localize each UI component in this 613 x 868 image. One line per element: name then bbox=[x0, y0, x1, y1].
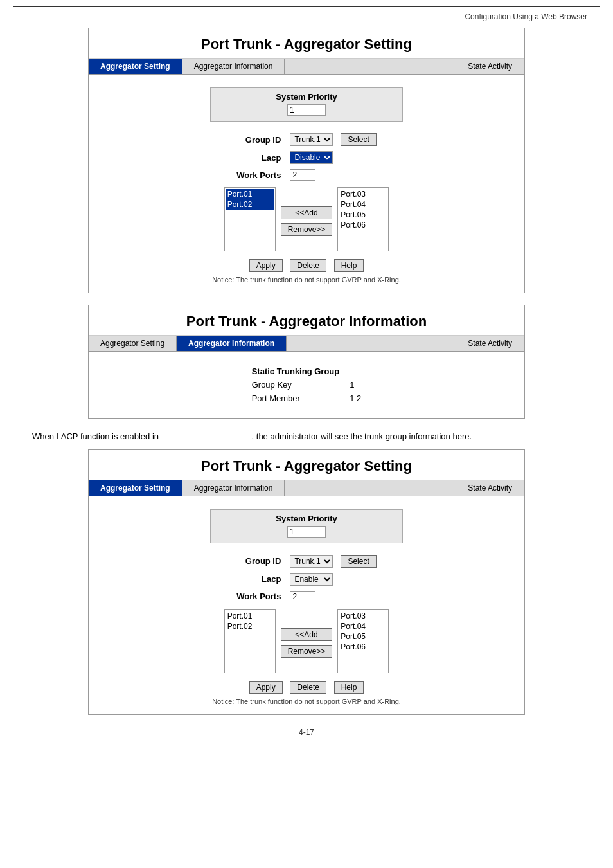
panel1-work-ports-cell bbox=[286, 167, 337, 183]
panel1-port-buttons: <<Add Remove>> bbox=[281, 187, 333, 236]
panel1-select-button[interactable]: Select bbox=[341, 133, 376, 146]
panel2-static-group-header: Static Trunking Group bbox=[247, 365, 345, 378]
panel2-content: Static Trunking Group Group Key 1 Port M… bbox=[89, 352, 524, 418]
panel3-title: Port Trunk - Aggregator Setting bbox=[89, 450, 524, 480]
panel3-tab-state-activity[interactable]: State Activity bbox=[456, 480, 524, 496]
panel2-port-member-label: Port Member bbox=[247, 392, 345, 405]
panel1-apply-button[interactable]: Apply bbox=[249, 259, 283, 272]
panel2-title: Port Trunk - Aggregator Information bbox=[89, 305, 524, 336]
panel3-box: Port Trunk - Aggregator Setting Aggregat… bbox=[88, 449, 525, 715]
panel1-remove-button[interactable]: Remove>> bbox=[281, 223, 333, 236]
panel2-group-key-label: Group Key bbox=[247, 378, 345, 392]
panel1-help-button[interactable]: Help bbox=[334, 259, 364, 272]
between-text: When LACP function is enabled in , the a… bbox=[13, 430, 600, 443]
panel1-port-02[interactable]: Port.02 bbox=[226, 199, 274, 210]
between-text-2: , the administrator will see the trunk g… bbox=[252, 431, 472, 441]
panel1-port-03[interactable]: Port.03 bbox=[339, 189, 387, 199]
panel2-port-member-value: 1 2 bbox=[344, 392, 366, 405]
panel3-group-id-cell: Trunk.1 Trunk.2 Trunk.3 bbox=[286, 552, 337, 570]
panel3-system-priority-label: System Priority bbox=[217, 514, 396, 523]
panel3-port-03[interactable]: Port.03 bbox=[339, 611, 387, 621]
panel1-delete-button[interactable]: Delete bbox=[290, 259, 326, 272]
panel3-system-priority-box: System Priority bbox=[210, 509, 403, 543]
panel3-tab-aggregator-setting[interactable]: Aggregator Setting bbox=[89, 480, 182, 496]
panel3-lacp-cell: Disable Enable bbox=[286, 570, 337, 588]
panel3-help-button[interactable]: Help bbox=[334, 681, 364, 694]
panel1-box: Port Trunk - Aggregator Setting Aggregat… bbox=[88, 28, 525, 293]
panel1-title: Port Trunk - Aggregator Setting bbox=[89, 28, 524, 59]
panel1-work-ports-input[interactable] bbox=[290, 169, 315, 181]
panel1-system-priority-input[interactable] bbox=[287, 104, 326, 116]
panel3-left-port-list[interactable]: Port.01 Port.02 bbox=[224, 609, 276, 673]
panel3-port-01[interactable]: Port.01 bbox=[226, 611, 274, 621]
panel3-port-buttons: <<Add Remove>> bbox=[281, 609, 333, 658]
panel1-content: System Priority Group ID Trunk.1 Trunk.2… bbox=[89, 75, 524, 293]
panel1-right-port-list[interactable]: Port.03 Port.04 Port.05 Port.06 bbox=[337, 187, 389, 251]
panel3-port-02[interactable]: Port.02 bbox=[226, 621, 274, 631]
panel1-tab-aggregator-info[interactable]: Aggregator Information bbox=[182, 59, 285, 74]
panel3-add-button[interactable]: <<Add bbox=[281, 628, 333, 641]
panel3-right-port-list[interactable]: Port.03 Port.04 Port.05 Port.06 bbox=[337, 609, 389, 673]
panel1-tab-state-activity[interactable]: State Activity bbox=[456, 59, 524, 74]
panel3-ports-row: Port.01 Port.02 <<Add Remove>> Port.03 P… bbox=[102, 609, 511, 673]
panel1-tab-spacer bbox=[285, 59, 456, 74]
panel3-tab-spacer bbox=[285, 480, 456, 496]
panel3-apply-button[interactable]: Apply bbox=[249, 681, 283, 694]
panel1-system-priority-box: System Priority bbox=[210, 87, 403, 122]
panel2-tab-aggregator-info[interactable]: Aggregator Information bbox=[177, 336, 287, 351]
panel3-tab-aggregator-info[interactable]: Aggregator Information bbox=[182, 480, 285, 496]
panel3-delete-button[interactable]: Delete bbox=[290, 681, 326, 694]
panel1-lacp-select[interactable]: Disable Enable bbox=[290, 151, 333, 164]
page-number: 4-17 bbox=[13, 728, 600, 737]
panel1-lacp-label: Lacp bbox=[233, 149, 286, 167]
panel3-select-button[interactable]: Select bbox=[341, 555, 376, 568]
panel1-group-id-cell: Trunk.1 Trunk.2 Trunk.3 bbox=[286, 131, 337, 149]
panel3-notice: Notice: The trunk function do not suppor… bbox=[102, 698, 511, 705]
panel1-add-button[interactable]: <<Add bbox=[281, 206, 333, 219]
panel1-group-id-select[interactable]: Trunk.1 Trunk.2 Trunk.3 bbox=[290, 133, 333, 146]
panel1-tab-bar: Aggregator Setting Aggregator Informatio… bbox=[89, 59, 524, 75]
page-header: Configuration Using a Web Browser bbox=[13, 12, 600, 21]
panel1-form-table: Group ID Trunk.1 Trunk.2 Trunk.3 Select … bbox=[233, 131, 380, 183]
panel2-box: Port Trunk - Aggregator Information Aggr… bbox=[88, 305, 525, 419]
panel1-ports-row: Port.01 Port.02 <<Add Remove>> Port.03 P… bbox=[102, 187, 511, 251]
panel3-work-ports-label: Work Ports bbox=[233, 588, 286, 605]
panel3-lacp-label: Lacp bbox=[233, 570, 286, 588]
panel3-port-04[interactable]: Port.04 bbox=[339, 621, 387, 631]
panel1-notice: Notice: The trunk function do not suppor… bbox=[102, 276, 511, 284]
panel2-group-key-value: 1 bbox=[344, 378, 366, 392]
panel3-lacp-select[interactable]: Disable Enable bbox=[290, 573, 333, 586]
panel2-tab-state-activity[interactable]: State Activity bbox=[456, 336, 524, 351]
panel3-port-05[interactable]: Port.05 bbox=[339, 631, 387, 642]
panel3-group-id-select[interactable]: Trunk.1 Trunk.2 Trunk.3 bbox=[290, 555, 333, 568]
panel3-content: System Priority Group ID Trunk.1 Trunk.2… bbox=[89, 496, 524, 714]
panel2-tab-aggregator-setting[interactable]: Aggregator Setting bbox=[89, 336, 177, 351]
panel3-tab-bar: Aggregator Setting Aggregator Informatio… bbox=[89, 480, 524, 496]
header-title: Configuration Using a Web Browser bbox=[465, 12, 587, 21]
panel1-left-port-list[interactable]: Port.01 Port.02 bbox=[224, 187, 276, 251]
panel3-group-id-label: Group ID bbox=[233, 552, 286, 570]
panel1-action-buttons: Apply Delete Help bbox=[102, 259, 511, 272]
panel3-system-priority-input[interactable] bbox=[287, 526, 326, 538]
panel1-port-06[interactable]: Port.06 bbox=[339, 220, 387, 230]
panel3-action-buttons: Apply Delete Help bbox=[102, 681, 511, 694]
panel3-port-06[interactable]: Port.06 bbox=[339, 642, 387, 652]
panel1-group-id-label: Group ID bbox=[233, 131, 286, 149]
panel2-tab-spacer bbox=[287, 336, 456, 351]
panel3-work-ports-input[interactable] bbox=[290, 591, 315, 602]
panel1-port-01[interactable]: Port.01 bbox=[226, 189, 274, 199]
panel1-work-ports-label: Work Ports bbox=[233, 167, 286, 183]
panel1-system-priority-label: System Priority bbox=[217, 92, 396, 102]
panel3-work-ports-cell bbox=[286, 588, 337, 605]
panel3-remove-button[interactable]: Remove>> bbox=[281, 645, 333, 658]
panel3-form-table: Group ID Trunk.1 Trunk.2 Trunk.3 Select … bbox=[233, 552, 380, 605]
between-text-1: When LACP function is enabled in bbox=[32, 431, 159, 441]
panel1-tab-aggregator-setting[interactable]: Aggregator Setting bbox=[89, 59, 182, 74]
panel1-port-04[interactable]: Port.04 bbox=[339, 199, 387, 210]
panel2-info-table: Static Trunking Group Group Key 1 Port M… bbox=[247, 365, 367, 405]
panel1-lacp-cell: Disable Enable bbox=[286, 149, 337, 167]
panel1-port-05[interactable]: Port.05 bbox=[339, 210, 387, 220]
panel2-tab-bar: Aggregator Setting Aggregator Informatio… bbox=[89, 336, 524, 352]
